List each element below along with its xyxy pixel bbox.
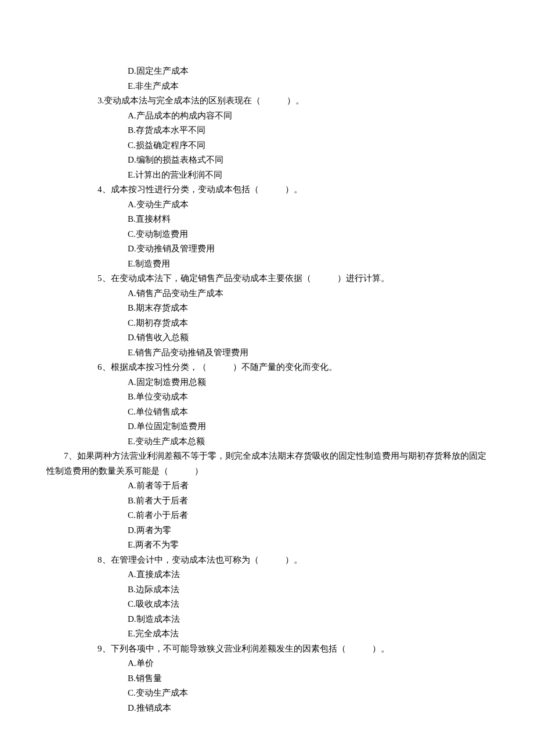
answer-option: A.变动生产成本 [46,197,488,213]
answer-option: B.销售量 [46,671,488,686]
answer-option: E.制造费用 [46,257,488,272]
answer-option: E.计算出的营业利润不同 [46,168,488,183]
answer-option: B.单位变动成本 [46,390,488,405]
question-stem: 7、如果两种方法营业利润差额不等于零，则完全成本法期末存货吸收的固定性制造费用与… [46,449,488,478]
answer-option: E.两者不为零 [46,538,488,553]
answer-option: E.变动生产成本总额 [46,434,488,449]
answer-option: C.损益确定程序不同 [46,138,488,153]
answer-option: C.变动生产成本 [46,686,488,701]
answer-option: B.存货成本水平不同 [46,123,488,138]
question-stem: 6、根据成本按习性分类，（ ）不随产量的变化而变化。 [46,360,488,375]
question-stem: 9、下列各项中，不可能导致狭义营业利润差额发生的因素包括（ ）。 [46,642,488,657]
answer-option: E.销售产品变动推销及管理费用 [46,345,488,361]
question-stem: 5、在变动成本法下，确定销售产品变动成本主要依据（ ）进行计算。 [46,271,488,286]
answer-option: D.编制的损益表格式不同 [46,153,488,168]
orphan-option: E.非生产成本 [46,79,488,94]
question-stem: 3.变动成本法与完全成本法的区别表现在（ ）。 [46,93,488,109]
answer-option: C.前者小于后者 [46,508,488,523]
answer-option: C.单位销售成本 [46,405,488,420]
answer-option: B.直接材料 [46,212,488,227]
answer-option: B.边际成本法 [46,582,488,597]
answer-option: A.产品成本的构成内容不同 [46,109,488,124]
question-stem: 4、成本按习性进行分类，变动成本包括（ ）。 [46,182,488,197]
answer-option: A.前者等于后者 [46,478,488,494]
answer-option: D.变动推销及管理费用 [46,242,488,257]
answer-option: E.完全成本法 [46,627,488,642]
answer-option: D.两者为零 [46,523,488,538]
answer-option: A.单价 [46,656,488,671]
answer-option: A.直接成本法 [46,567,488,582]
answer-option: A.销售产品变动生产成本 [46,286,488,301]
answer-option: C.期初存货成本 [46,316,488,331]
answer-option: D.推销成本 [46,701,488,716]
answer-option: B.前者大于后者 [46,494,488,509]
answer-option: B.期末存货成本 [46,301,488,316]
orphan-option: D.固定生产成本 [46,64,488,79]
answer-option: C.变动制造费用 [46,227,488,242]
answer-option: A.固定制造费用总额 [46,375,488,390]
answer-option: C.吸收成本法 [46,597,488,612]
answer-option: D.单位固定制造费用 [46,419,488,434]
question-stem: 8、在管理会计中，变动成本法也可称为（ ）。 [46,553,488,568]
answer-option: D.制造成本法 [46,612,488,627]
answer-option: D.销售收入总额 [46,330,488,345]
